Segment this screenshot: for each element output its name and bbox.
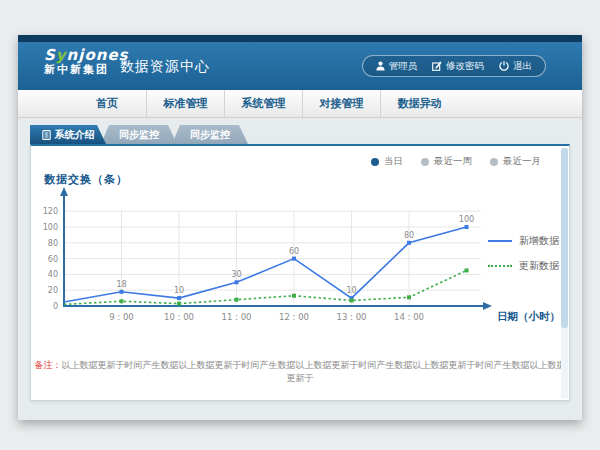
data-point	[235, 298, 239, 302]
user-menu-item-0[interactable]: 管理员	[376, 60, 418, 73]
data-point	[465, 268, 469, 272]
nav-item-0[interactable]: 首页	[68, 90, 146, 117]
nav-item-4[interactable]: 数据异动	[380, 90, 458, 117]
data-point	[465, 225, 469, 229]
y-tick-label: 40	[48, 270, 58, 279]
window-top-strip	[18, 35, 582, 42]
tab-label: 同步监控	[119, 128, 159, 142]
footnote-text: 以上数据更新于时间产生数据以上数据更新于时间产生数据以上数据更新于时间产生数据以…	[62, 360, 566, 383]
tab-label: 系统介绍	[55, 128, 95, 142]
vertical-scrollbar[interactable]	[561, 148, 568, 398]
main-nav: 首页标准管理系统管理对接管理数据异动	[18, 90, 582, 118]
x-tick-label: 13 : 00	[337, 312, 367, 322]
x-tick-label: 12 : 00	[279, 312, 309, 322]
data-point	[120, 299, 124, 303]
y-tick-label: 120	[43, 207, 58, 216]
user-menu-label: 修改密码	[446, 60, 484, 73]
data-point-label: 10	[346, 286, 356, 295]
app-window: Synjones 新中新集团 数据资源中心 管理员修改密码退出 首页标准管理系统…	[18, 35, 582, 420]
data-point-label: 80	[404, 231, 414, 240]
y-tick-label: 60	[48, 255, 58, 264]
legend-item-0: 新增数据	[488, 234, 559, 248]
chart-card: 当日最近一周最近一月 数据交换（条） 0204060801001209 : 00…	[30, 144, 570, 401]
y-tick-label: 100	[43, 223, 58, 232]
content-area: 系统介绍同步监控同步监控 当日最近一周最近一月 数据交换（条） 02040608…	[18, 118, 582, 420]
radio-dot[interactable]	[371, 158, 379, 166]
tab-0[interactable]: 系统介绍	[30, 125, 106, 144]
data-point-label: 10	[174, 286, 184, 295]
user-menu-label: 管理员	[389, 60, 418, 73]
data-point	[235, 280, 239, 284]
tab-1[interactable]: 同步监控	[101, 125, 177, 144]
company-logo: Synjones 新中新集团	[44, 47, 129, 76]
x-axis-title: 日期（小时）	[497, 310, 560, 323]
data-point	[177, 302, 181, 306]
data-point	[350, 298, 354, 302]
radio-option-0[interactable]: 当日	[371, 155, 403, 168]
legend-item-1: 更新数据	[488, 259, 559, 273]
scrollbar-thumb[interactable]	[561, 148, 568, 328]
nav-item-3[interactable]: 对接管理	[302, 90, 380, 117]
x-tick-label: 11 : 00	[222, 312, 252, 322]
user-menu-item-2[interactable]: 退出	[499, 60, 532, 73]
data-point	[292, 294, 296, 298]
x-tick-label: 10 : 00	[164, 312, 194, 322]
y-tick-label: 20	[48, 286, 58, 295]
legend-label: 更新数据	[519, 259, 559, 273]
footnote-prefix: 备注：	[35, 360, 62, 370]
radio-label: 最近一月	[503, 155, 541, 168]
data-point-label: 18	[116, 280, 126, 289]
legend-line-sample	[488, 240, 512, 242]
data-point	[120, 290, 124, 294]
y-axis-arrow-icon	[60, 187, 68, 196]
legend-label: 新增数据	[519, 234, 559, 248]
tab-2[interactable]: 同步监控	[172, 125, 248, 144]
page-title: 数据资源中心	[120, 42, 210, 90]
doc-icon	[42, 130, 51, 140]
logo-company-name: 新中新集团	[44, 64, 129, 76]
nav-item-2[interactable]: 系统管理	[224, 90, 302, 117]
x-axis-arrow-icon	[483, 302, 492, 310]
footnote: 备注：以上数据更新于时间产生数据以上数据更新于时间产生数据以上数据更新于时间产生…	[31, 359, 569, 385]
data-point-label: 30	[231, 270, 241, 279]
radio-dot[interactable]	[490, 158, 498, 166]
user-menu-item-1[interactable]: 修改密码	[432, 60, 484, 73]
chart-legend: 新增数据更新数据	[488, 234, 559, 273]
x-tick-label: 9 : 00	[109, 312, 134, 322]
app-header: Synjones 新中新集团 数据资源中心 管理员修改密码退出	[18, 42, 582, 90]
user-menu-label: 退出	[513, 60, 532, 73]
radio-dot[interactable]	[421, 158, 429, 166]
data-point	[177, 296, 181, 300]
radio-label: 当日	[384, 155, 403, 168]
logo-wordmark: Synjones	[44, 47, 129, 64]
power-icon	[499, 61, 509, 71]
user-menu: 管理员修改密码退出	[362, 55, 547, 77]
radio-option-2[interactable]: 最近一月	[490, 155, 541, 168]
time-range-filter: 当日最近一周最近一月	[371, 155, 541, 168]
data-point-label: 60	[289, 247, 299, 256]
tab-bar: 系统介绍同步监控同步监控	[30, 125, 570, 144]
edit-icon	[432, 61, 442, 71]
data-point	[407, 295, 411, 299]
data-point-label: 100	[459, 215, 474, 224]
user-icon	[376, 61, 385, 71]
radio-option-1[interactable]: 最近一周	[421, 155, 472, 168]
y-tick-label: 0	[53, 302, 58, 311]
legend-line-sample	[488, 265, 512, 267]
data-point	[407, 241, 411, 245]
radio-label: 最近一周	[434, 155, 472, 168]
y-tick-label: 80	[48, 239, 58, 248]
x-tick-label: 14 : 00	[394, 312, 424, 322]
tab-label: 同步监控	[190, 128, 230, 142]
nav-item-1[interactable]: 标准管理	[146, 90, 224, 117]
data-point	[292, 257, 296, 261]
